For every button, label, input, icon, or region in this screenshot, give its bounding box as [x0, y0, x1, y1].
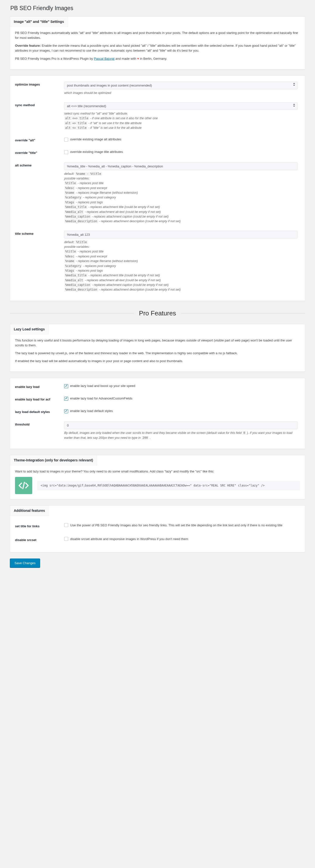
- optimize-images-select[interactable]: post thumbnails and images in post conte…: [64, 82, 297, 89]
- override-feature-text: Override feature: Enable the override me…: [15, 43, 300, 53]
- save-changes-button[interactable]: Save Changes: [10, 559, 40, 568]
- heart-icon: ♥: [137, 57, 139, 60]
- pro-features-heading: Pro Features: [139, 309, 176, 317]
- override-alt-label: override "alt": [15, 134, 64, 147]
- enable-lazy-load-acf-checkbox[interactable]: [64, 397, 68, 401]
- svg-line-0: [23, 482, 24, 489]
- threshold-desc: By default, images are only loaded when …: [64, 431, 297, 440]
- threshold-label: threshold: [15, 418, 64, 444]
- box-heading: Additional features: [10, 506, 49, 516]
- alt-title-settings-box: Image "alt" and "title" Settings PB SEO …: [10, 17, 305, 69]
- alt-scheme-desc: default: %name - %title possible variabl…: [64, 172, 297, 224]
- lazy-load-styles-label: lazy load default styles: [15, 406, 64, 418]
- page-title: PB SEO Friendly Images: [10, 5, 305, 11]
- alt-scheme-label: alt scheme: [15, 159, 64, 227]
- override-alt-checkbox[interactable]: [64, 138, 68, 142]
- lazy-load-styles-checkbox[interactable]: [64, 409, 68, 413]
- pro-features-divider: Pro Features: [10, 309, 305, 317]
- override-title-checkbox[interactable]: [64, 150, 68, 154]
- additional-features-box: Additional features set title for links …: [10, 505, 305, 552]
- box-heading: Lazy Load settings: [10, 324, 49, 334]
- box-heading: Image "alt" and "title" Settings: [10, 17, 68, 27]
- sync-method-select[interactable]: alt <=> title (recommended): [64, 102, 297, 110]
- code-snippet: <img src="data:image/gif;base64,R0lGODlh…: [37, 481, 300, 490]
- disable-srcset-label: disable srcset: [15, 533, 64, 547]
- sync-method-label: sync method: [15, 99, 64, 134]
- set-title-links-label: set title for links: [15, 520, 64, 533]
- override-title-text: override existing image title attributes: [70, 150, 123, 154]
- enable-lazy-load-label: enable lazy load: [15, 380, 64, 393]
- box-heading: Theme-Integration (only for developers r…: [10, 455, 97, 465]
- title-scheme-label: title scheme: [15, 227, 64, 296]
- optimize-images-label: optimize images: [15, 78, 64, 99]
- title-scheme-input[interactable]: [64, 231, 297, 239]
- lazy-load-form: enable lazy load enable lazy load and bo…: [10, 378, 305, 449]
- set-title-links-checkbox[interactable]: [64, 523, 68, 527]
- override-title-label: override "title": [15, 147, 64, 159]
- theme-integration-box: Theme-Integration (only for developers r…: [10, 455, 305, 499]
- optimize-images-desc: which images should be optimized: [64, 91, 297, 95]
- author-link[interactable]: Pascal Bajorat: [94, 57, 115, 60]
- code-icon: [15, 477, 32, 494]
- intro-text: PB SEO Friendly Images automatically add…: [15, 30, 300, 40]
- disable-srcset-checkbox[interactable]: [64, 537, 68, 541]
- alt-scheme-input[interactable]: [64, 162, 297, 170]
- title-scheme-desc: default: %title possible variables: %tit…: [64, 240, 297, 292]
- enable-lazy-load-acf-label: enable lazy load for acf: [15, 393, 64, 406]
- override-alt-text: override existing image alt attributes: [70, 137, 121, 141]
- credits-text: PB SEO Friendly Images Pro is a WordPres…: [15, 56, 300, 61]
- threshold-input[interactable]: [64, 422, 297, 429]
- sync-method-desc: select sync method for "alt" and "title"…: [64, 111, 297, 130]
- lazy-load-settings-box: Lazy Load settings This function is very…: [10, 324, 305, 372]
- enable-lazy-load-checkbox[interactable]: [64, 384, 68, 388]
- alt-title-form: optimize images post thumbnails and imag…: [10, 75, 305, 301]
